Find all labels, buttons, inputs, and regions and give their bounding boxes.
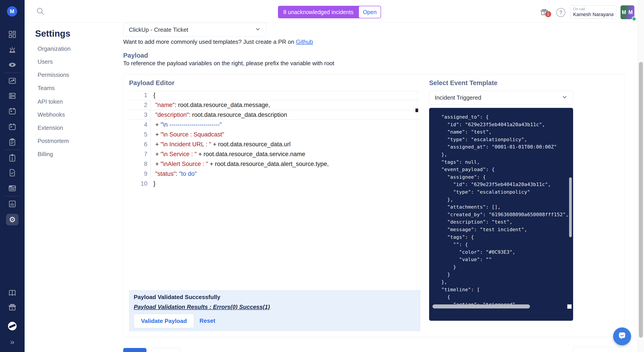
code-line[interactable]: 1{ [129, 90, 420, 100]
sidebar-divider [4, 150, 20, 150]
code-line[interactable]: 8 + "\nAlert Source : " + root.data.reso… [129, 159, 420, 169]
code-line-text[interactable]: "name": root.data.resource_data.message, [150, 100, 420, 110]
notification-count-badge: 1 [545, 11, 551, 17]
line-number: 5 [129, 131, 150, 138]
code-line[interactable]: 5 + "\n Source : Squadcast" [129, 130, 420, 139]
validate-payload-button[interactable]: Validate Payload [134, 314, 194, 328]
event-payload-preview[interactable]: "assigned_to": { "id": "629e23f5eb4041a2… [429, 108, 573, 321]
code-line-text[interactable]: + "\n Incident URL : " + root.data.resou… [150, 139, 420, 149]
line-number: 3 [129, 111, 150, 118]
line-number: 7 [129, 151, 150, 158]
payload-description: To reference the payload variables on th… [123, 60, 334, 67]
settings-nav-teams[interactable]: Teams [38, 85, 55, 92]
code-line[interactable]: 10} [129, 179, 420, 188]
code-line[interactable]: 3 "description": root.data.resource_data… [129, 110, 420, 120]
settings-nav-extension[interactable]: Extension [38, 124, 63, 131]
app-window: M [0, 0, 644, 352]
templates-hint-text: Want to add more commonly used templates… [123, 38, 296, 45]
bottom-primary-button-partial[interactable] [123, 348, 146, 352]
chat-launcher-button[interactable] [613, 328, 631, 345]
event-template-select[interactable]: Incident Triggered [429, 91, 573, 105]
settings-nav-webhooks[interactable]: Webhooks [38, 111, 65, 118]
line-number: 2 [129, 102, 150, 109]
template-select[interactable]: ClickUp - Create Ticket [123, 23, 266, 37]
oncall-label: On call [573, 7, 613, 11]
code-line-text[interactable]: + "\n Source : Squadcast" [150, 130, 420, 139]
search-icon[interactable] [36, 7, 45, 16]
line-number: 6 [129, 141, 150, 148]
settings-nav-permissions[interactable]: Permissions [38, 71, 69, 78]
code-line[interactable]: 9 "status": "to do" [129, 169, 420, 179]
slo-trend-icon[interactable] [6, 75, 18, 87]
code-line-text[interactable]: } [150, 179, 420, 188]
webforms-browser-icon[interactable] [6, 182, 18, 194]
chevron-down-icon [255, 26, 261, 33]
code-line-text[interactable]: + "\n Service : " + root.data.resource_d… [150, 149, 420, 159]
oncall-eye-icon[interactable] [6, 59, 18, 71]
event-template-select-value: Incident Triggered [435, 94, 481, 101]
code-line-text[interactable]: "status": "to do" [150, 169, 420, 179]
bottom-secondary-button-partial[interactable] [152, 348, 181, 352]
unacknowledged-incidents-banner: 8 unacknowledged incidents Open [278, 6, 381, 18]
payload-code-lines[interactable]: 1{2 "name": root.data.resource_data.mess… [129, 90, 420, 188]
line-number: 8 [129, 161, 150, 168]
line-number: 4 [129, 121, 150, 128]
dashboard-icon[interactable] [6, 29, 18, 40]
editor-scrollbar-annotation [416, 109, 418, 112]
whats-new-gift-icon[interactable]: 1 [540, 7, 550, 17]
json-horizontal-scrollbar-thumb[interactable] [432, 304, 530, 309]
payload-editor-heading: Payload Editor [129, 79, 174, 87]
gear-glyph: ⚙ [9, 216, 16, 223]
reset-button[interactable]: Reset [200, 317, 215, 324]
code-line[interactable]: 4 + "\n -------------------------" [129, 120, 420, 130]
workspace-avatar[interactable]: M [7, 6, 17, 16]
settings-nav-users[interactable]: Users [38, 58, 53, 65]
code-line[interactable]: 7 + "\n Service : " + root.data.resource… [129, 149, 420, 159]
sidebar: M [0, 0, 24, 352]
validation-status: Payload Validated Successfully [134, 294, 220, 301]
help-icon[interactable]: ? [556, 8, 565, 17]
schedules-calendar-icon[interactable] [6, 105, 18, 117]
online-status-dot [632, 16, 636, 21]
docs-book-icon[interactable] [6, 287, 18, 299]
github-link[interactable]: Github [296, 38, 313, 45]
escalation-calendar-icon[interactable] [6, 121, 18, 133]
expand-sidebar-icon[interactable]: » [6, 336, 18, 348]
event-template-heading: Select Event Template [429, 79, 498, 87]
incidents-badge-label: 8 unacknowledged incidents [278, 6, 358, 18]
refer-earn-gift-icon[interactable]: $ [6, 302, 18, 313]
template-select-value: ClickUp - Create Ticket [129, 26, 188, 33]
validation-results-link[interactable]: Payload Validation Results : Errors(0) S… [134, 304, 270, 311]
settings-nav-billing[interactable]: Billing [38, 151, 53, 158]
oncall-widget[interactable]: On call Kamesh Narayanan ... [570, 5, 616, 19]
postmortem-doc-check-icon[interactable] [6, 167, 18, 178]
open-incidents-button[interactable]: Open [358, 6, 380, 18]
code-line-text[interactable]: { [150, 90, 420, 100]
statuspage-alert-icon[interactable] [6, 152, 18, 164]
incidents-siren-icon[interactable] [6, 44, 18, 56]
editor-scrollbar-track [417, 91, 417, 290]
page-scrollbar-track[interactable] [638, 0, 644, 352]
line-number: 1 [129, 92, 150, 99]
settings-nav-api-token[interactable]: API token [38, 98, 63, 105]
json-vertical-scrollbar-thumb[interactable] [569, 177, 572, 237]
chat-bubble-icon [617, 331, 627, 342]
topbar: 8 unacknowledged incidents Open 1 ? On c… [24, 0, 638, 22]
code-line-text[interactable]: + "\nAlert Source : " + root.data.resour… [150, 159, 420, 169]
code-line-text[interactable]: + "\n -------------------------" [150, 120, 420, 130]
code-line-text[interactable]: "description": root.data.resource_data.d… [150, 110, 420, 120]
settings-gear-icon[interactable]: ⚙ [6, 214, 18, 225]
page-title: Settings [35, 29, 70, 39]
templates-hint: Want to add more commonly used templates… [123, 38, 313, 45]
analytics-bar-chart-icon[interactable] [6, 198, 18, 210]
json-scrollbar-corner [567, 304, 572, 309]
code-line[interactable]: 6 + "\n Incident URL : " + root.data.res… [129, 139, 420, 149]
services-stack-icon[interactable] [6, 90, 18, 102]
settings-nav-organization[interactable]: Organization [38, 45, 70, 52]
validation-panel: Payload Validated Successfully Payload V… [129, 290, 420, 331]
page-scrollbar-thumb[interactable] [639, 62, 643, 338]
code-line[interactable]: 2 "name": root.data.resource_data.messag… [129, 100, 420, 110]
settings-nav-postmortem[interactable]: Postmortem [38, 138, 69, 145]
bottom-right-button-partial[interactable] [573, 347, 622, 352]
runbooks-clipboard-icon[interactable] [6, 136, 18, 148]
